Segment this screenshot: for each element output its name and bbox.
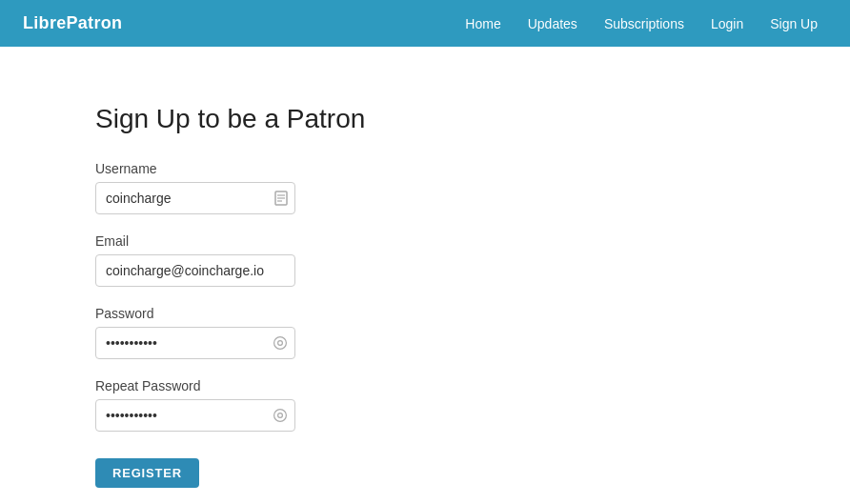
register-button[interactable]: REGISTER	[95, 458, 199, 488]
nav-subscriptions[interactable]: Subscriptions	[595, 10, 694, 37]
username-label: Username	[95, 161, 850, 176]
main-nav: Home Updates Subscriptions Login Sign Up	[455, 10, 827, 37]
repeat-password-group: Repeat Password	[95, 378, 850, 432]
password-group: Password	[95, 306, 850, 359]
main-content: Sign Up to be a Patron Username Email Pa…	[0, 47, 850, 504]
password-input[interactable]	[95, 327, 295, 359]
nav-signup[interactable]: Sign Up	[760, 10, 827, 37]
email-input[interactable]	[95, 254, 295, 287]
username-group: Username	[95, 161, 850, 214]
password-input-wrapper	[95, 327, 295, 359]
nav-login[interactable]: Login	[701, 10, 753, 37]
username-input-wrapper	[95, 182, 295, 214]
repeat-password-input[interactable]	[95, 399, 295, 432]
repeat-password-label: Repeat Password	[95, 378, 850, 393]
logo[interactable]: LibrePatron	[23, 13, 122, 33]
nav-home[interactable]: Home	[455, 10, 510, 37]
email-input-wrapper	[95, 254, 295, 287]
nav-updates[interactable]: Updates	[518, 10, 587, 37]
page-title: Sign Up to be a Patron	[95, 104, 850, 134]
repeat-password-input-wrapper	[95, 399, 295, 432]
username-input[interactable]	[95, 182, 295, 214]
header: LibrePatron Home Updates Subscriptions L…	[0, 0, 850, 47]
email-group: Email	[95, 233, 850, 287]
password-label: Password	[95, 306, 850, 321]
email-label: Email	[95, 233, 850, 249]
